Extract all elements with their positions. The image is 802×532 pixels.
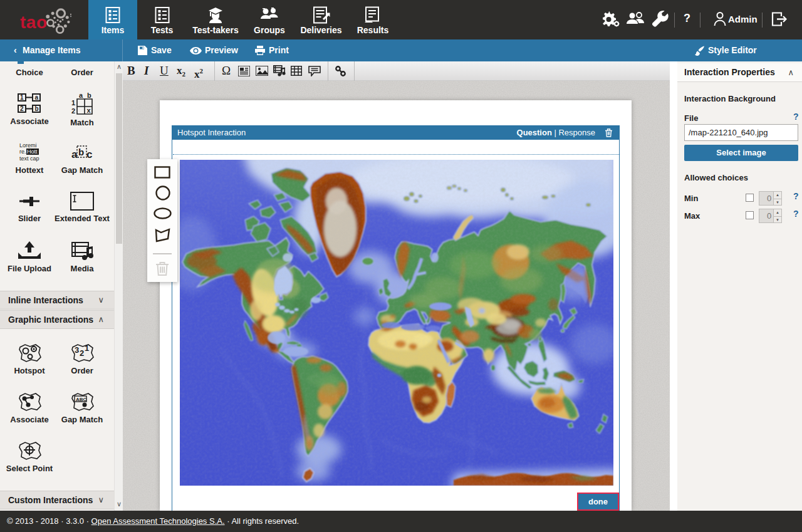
svg-text:2: 2: [20, 105, 24, 112]
svg-text:re.: re.: [19, 149, 26, 155]
svg-text:c: c: [86, 149, 92, 160]
svg-text:ABC: ABC: [76, 397, 87, 402]
svg-text:Hott: Hott: [27, 149, 38, 155]
svg-text:b: b: [87, 93, 91, 99]
svg-text:1: 1: [71, 99, 75, 107]
svg-text:a: a: [35, 94, 39, 101]
svg-text:a: a: [79, 93, 83, 99]
svg-text:b: b: [78, 147, 84, 157]
svg-text:Loremi: Loremi: [19, 142, 37, 149]
svg-text:x: x: [87, 107, 91, 114]
svg-text:1: 1: [85, 343, 89, 353]
svg-text:3: 3: [75, 345, 79, 355]
svg-text:2: 2: [80, 348, 84, 358]
svg-text:b: b: [35, 105, 39, 112]
svg-text:2: 2: [71, 107, 75, 115]
svg-text:text cap: text cap: [19, 155, 39, 162]
svg-text:1: 1: [20, 94, 24, 101]
